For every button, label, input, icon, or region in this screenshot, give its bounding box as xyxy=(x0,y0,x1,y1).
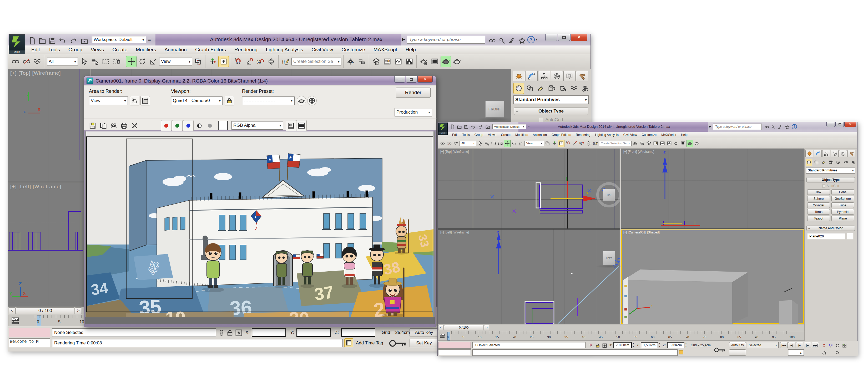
mirror-icon[interactable] xyxy=(345,56,356,67)
menu2-lighting-analysis[interactable]: Lighting Analysis xyxy=(593,133,621,137)
orbit-icon-2[interactable] xyxy=(834,342,841,349)
rectangular-selection-region-icon[interactable] xyxy=(100,56,111,67)
clone-rendered-frame-icon[interactable] xyxy=(108,120,119,131)
menu2-civil-view[interactable]: Civil View xyxy=(621,133,640,137)
time-slider-frame-2[interactable]: 0 / 100 xyxy=(444,325,484,330)
menu-views[interactable]: Views xyxy=(87,47,108,53)
keyboard-override-toggle-icon[interactable] xyxy=(218,56,229,67)
manage-layers-icon[interactable] xyxy=(371,56,381,67)
primitive-geosphere-button[interactable]: GeoSphere xyxy=(831,196,854,201)
tab-utilities[interactable] xyxy=(576,71,588,81)
open-file-icon-2[interactable] xyxy=(456,123,463,130)
favorites-star-icon-2[interactable] xyxy=(784,124,790,131)
infocenter-expand-icon-2[interactable]: ▶ xyxy=(709,125,711,128)
workspace-dropdown-2[interactable]: Workspace: Default▾ xyxy=(492,124,526,129)
tab-modify[interactable] xyxy=(526,71,538,81)
help-chevron-icon[interactable]: ▾ xyxy=(536,38,537,41)
green-channel-icon[interactable] xyxy=(172,120,183,131)
tab-display[interactable] xyxy=(563,71,576,81)
keyboard-override-icon-2[interactable] xyxy=(558,140,564,147)
menu2-create[interactable]: Create xyxy=(499,133,513,137)
mini-listener-pink-2[interactable] xyxy=(438,342,471,349)
maximize-viewport-icon-2[interactable] xyxy=(841,342,848,349)
primitive-cone-button[interactable]: Cone xyxy=(831,189,854,195)
close-button[interactable]: ✕ xyxy=(570,34,587,41)
search-input[interactable] xyxy=(407,36,485,44)
render-preset-dropdown[interactable]: --------------------▾ xyxy=(242,96,294,105)
percent-snap-icon-2[interactable]: % xyxy=(579,140,585,147)
add-time-tag-cube-icon[interactable] xyxy=(344,338,353,347)
save-file-icon-2[interactable] xyxy=(463,123,469,130)
angle-snap-icon-2[interactable] xyxy=(571,140,578,147)
tab2-hierarchy[interactable] xyxy=(822,150,830,157)
viewport-left-main[interactable]: [+] [Left] [Wireframe] Y Z X xyxy=(8,183,90,307)
autogrid-checkbox-2[interactable] xyxy=(822,185,825,188)
window-crossing-icon-2[interactable] xyxy=(497,140,504,147)
time-back-button-2[interactable]: < xyxy=(438,325,443,330)
render-production-icon-2[interactable] xyxy=(686,140,693,147)
viewport-dropdown[interactable]: Quad 4 - Camera0▾ xyxy=(171,96,222,105)
tab2-create[interactable] xyxy=(805,150,813,157)
spinner-snap-icon-2[interactable] xyxy=(585,140,592,147)
key-filter-dropdown-2[interactable]: Selected▾ xyxy=(747,342,779,348)
z-spinner[interactable]: ▲▼ xyxy=(685,342,687,348)
select-object-icon-2[interactable] xyxy=(476,140,483,147)
render-iterative-icon[interactable] xyxy=(452,56,462,67)
graphite-ribbon-toggle-icon[interactable] xyxy=(382,56,393,67)
tab2-utilities[interactable] xyxy=(847,150,856,157)
max-app-logo-2[interactable]: MXD xyxy=(438,123,448,135)
snaps-toggle-3d-icon[interactable]: 3 xyxy=(233,56,243,67)
category-shapes-icon[interactable] xyxy=(525,83,535,94)
named-sets-icon-2[interactable]: {} xyxy=(592,140,599,147)
edit-region-icon[interactable] xyxy=(130,96,140,105)
set-keys-key-icon[interactable] xyxy=(388,338,408,350)
edit-named-selection-sets-icon[interactable]: {}ABC xyxy=(280,56,291,67)
menu-help[interactable]: Help xyxy=(401,47,420,53)
time-forward-button[interactable]: > xyxy=(75,307,82,314)
window-crossing-toggle-icon[interactable] xyxy=(112,56,122,67)
mirror-icon-2[interactable] xyxy=(632,140,639,147)
project-folder-icon-2[interactable] xyxy=(485,123,491,130)
name-color-rollout[interactable]: –Name and Color xyxy=(806,226,855,231)
viewport-top-main[interactable]: [+] [Top] [Wireframe] Y X z xyxy=(8,69,90,182)
viewport-lock-icon[interactable] xyxy=(225,96,234,105)
selection-filter-dropdown-2[interactable]: All▾ xyxy=(460,141,476,146)
select-object-icon[interactable] xyxy=(79,56,89,67)
new-scene-icon[interactable] xyxy=(27,35,38,46)
menu-graph-editors[interactable]: Graph Editors xyxy=(191,47,230,53)
isolate-selection-icon[interactable] xyxy=(218,327,225,338)
select-by-name-icon[interactable] xyxy=(89,56,100,67)
zoom-region-icon-2[interactable] xyxy=(834,349,841,356)
x-coordinate-field[interactable] xyxy=(252,328,286,337)
select-and-scale-icon[interactable] xyxy=(148,56,159,67)
x-spinner[interactable]: ▲▼ xyxy=(632,342,634,348)
copy-image-icon[interactable] xyxy=(98,120,108,131)
align-icon-2[interactable] xyxy=(639,140,645,147)
auto-key-button-2[interactable]: Auto Key xyxy=(729,342,746,348)
curve-editor-icon[interactable] xyxy=(393,56,403,67)
set-keys-key-icon-2[interactable] xyxy=(713,347,727,354)
reference-coordinate-dropdown-2[interactable]: View▾ xyxy=(525,141,544,146)
render-close-button[interactable]: ✕ xyxy=(417,76,433,83)
menu2-maxscript[interactable]: MAXScript xyxy=(659,133,679,137)
menu-maxscript[interactable]: MAXScript xyxy=(369,47,401,53)
category-helpers-icon[interactable] xyxy=(558,83,568,94)
background-color-swatch[interactable] xyxy=(218,121,228,130)
project-folder-icon[interactable] xyxy=(79,35,90,46)
maxscript-mini-listener-pink[interactable] xyxy=(9,328,50,337)
curve-editor-icon-2[interactable] xyxy=(659,140,666,147)
viewcube-front-main[interactable]: FRONT xyxy=(485,101,504,118)
align-icon[interactable] xyxy=(356,56,367,67)
time-forward-button-2[interactable]: > xyxy=(484,325,489,330)
menu-lighting-analysis[interactable]: Lighting Analysis xyxy=(262,47,308,53)
print-image-icon[interactable] xyxy=(119,120,129,131)
graphite-ribbon-icon-2[interactable] xyxy=(652,140,659,147)
auto-region-icon[interactable] xyxy=(141,96,150,105)
next-frame-button[interactable]: |▶ xyxy=(804,342,811,348)
search-icon-2[interactable] xyxy=(763,124,770,131)
menu-modifiers[interactable]: Modifiers xyxy=(131,47,160,53)
help-icon[interactable]: ? xyxy=(527,36,535,43)
add-time-tag-cube-2[interactable] xyxy=(679,350,683,354)
toggle-ui-icon[interactable] xyxy=(296,120,307,131)
select-and-manipulate-icon-2[interactable] xyxy=(551,140,558,147)
